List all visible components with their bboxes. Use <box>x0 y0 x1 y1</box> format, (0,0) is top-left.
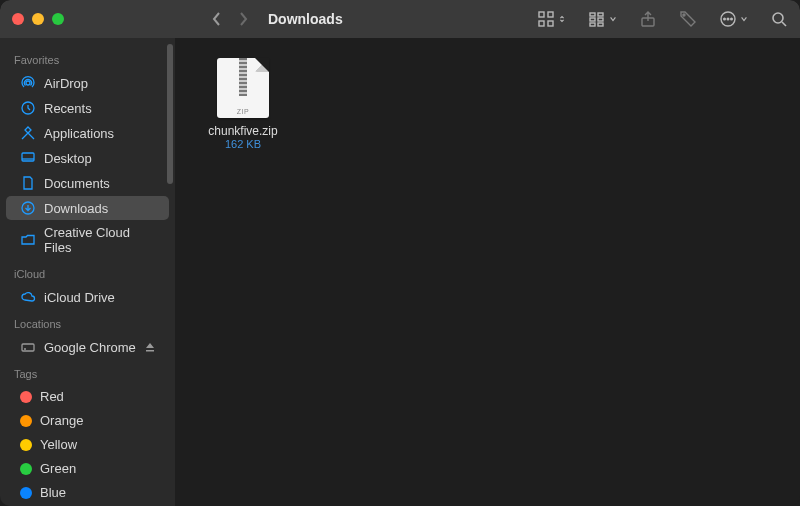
file-size-label: 162 KB <box>225 138 261 150</box>
titlebar: Downloads <box>0 0 800 38</box>
sidebar-tag-orange[interactable]: Orange <box>6 409 169 432</box>
sidebar-item-label: Applications <box>44 126 114 141</box>
svg-rect-21 <box>22 344 34 351</box>
clock-icon <box>20 100 36 116</box>
chevron-down-icon <box>740 15 748 23</box>
svg-point-17 <box>26 81 30 85</box>
file-grid[interactable]: ZIP chunkfive.zip 162 KB <box>175 38 800 506</box>
file-ext-label: ZIP <box>237 108 249 115</box>
group-icon <box>588 10 606 28</box>
sidebar-item-desktop[interactable]: Desktop <box>6 146 169 170</box>
search-button[interactable] <box>770 10 788 28</box>
svg-point-14 <box>727 18 729 20</box>
more-actions-button[interactable] <box>719 10 748 28</box>
section-header-icloud: iCloud <box>0 260 175 284</box>
svg-rect-1 <box>548 12 553 17</box>
eject-icon[interactable] <box>145 340 155 355</box>
sidebar-item-label: AirDrop <box>44 76 88 91</box>
sidebar-item-applications[interactable]: Applications <box>6 121 169 145</box>
download-icon <box>20 200 36 216</box>
svg-point-11 <box>683 14 685 16</box>
svg-rect-9 <box>598 23 603 26</box>
apps-icon <box>20 125 36 141</box>
sidebar-item-label: Red <box>40 389 64 404</box>
sidebar-tag-green[interactable]: Green <box>6 457 169 480</box>
zip-file-icon: ZIP <box>217 58 269 118</box>
nav-forward-button[interactable] <box>238 11 248 27</box>
updown-icon <box>558 15 566 23</box>
tag-dot-icon <box>20 463 32 475</box>
sidebar-item-icloud-drive[interactable]: iCloud Drive <box>6 285 169 309</box>
svg-point-13 <box>724 18 726 20</box>
svg-point-15 <box>731 18 733 20</box>
sidebar-item-label: iCloud Drive <box>44 290 115 305</box>
sidebar-item-downloads[interactable]: Downloads <box>6 196 169 220</box>
svg-rect-2 <box>539 21 544 26</box>
group-by-button[interactable] <box>588 10 617 28</box>
more-icon <box>719 10 737 28</box>
sidebar-scrollbar[interactable] <box>167 44 173 184</box>
cloud-icon <box>20 289 36 305</box>
tag-button[interactable] <box>679 10 697 28</box>
svg-rect-8 <box>598 18 603 21</box>
svg-rect-4 <box>590 13 595 16</box>
section-header-tags: Tags <box>0 360 175 384</box>
sidebar-tag-red[interactable]: Red <box>6 385 169 408</box>
search-icon <box>770 10 788 28</box>
disk-icon <box>20 339 36 355</box>
document-icon <box>20 175 36 191</box>
sidebar-item-google-chrome[interactable]: Google Chrome <box>6 335 169 359</box>
nav-back-button[interactable] <box>212 11 222 27</box>
sidebar-item-label: Creative Cloud Files <box>44 225 155 255</box>
sidebar-item-creative-cloud[interactable]: Creative Cloud Files <box>6 221 169 259</box>
sidebar-tag-blue[interactable]: Blue <box>6 481 169 504</box>
sidebar: Favorites AirDrop Recents Applications D… <box>0 38 175 506</box>
window-title: Downloads <box>268 11 343 27</box>
tag-dot-icon <box>20 415 32 427</box>
sidebar-item-recents[interactable]: Recents <box>6 96 169 120</box>
minimize-window-button[interactable] <box>32 13 44 25</box>
sidebar-item-label: Blue <box>40 485 66 500</box>
sidebar-item-label: Downloads <box>44 201 108 216</box>
sidebar-item-documents[interactable]: Documents <box>6 171 169 195</box>
sidebar-item-airdrop[interactable]: AirDrop <box>6 71 169 95</box>
window-controls <box>12 13 64 25</box>
chevron-down-icon <box>609 15 617 23</box>
sidebar-item-label: Documents <box>44 176 110 191</box>
sidebar-item-label: Yellow <box>40 437 77 452</box>
svg-rect-3 <box>548 21 553 26</box>
share-icon <box>639 10 657 28</box>
tag-dot-icon <box>20 439 32 451</box>
close-window-button[interactable] <box>12 13 24 25</box>
desktop-icon <box>20 150 36 166</box>
svg-point-16 <box>773 13 783 23</box>
section-header-favorites: Favorites <box>0 46 175 70</box>
sidebar-item-label: Google Chrome <box>44 340 136 355</box>
view-mode-button[interactable] <box>537 10 566 28</box>
share-button[interactable] <box>639 10 657 28</box>
tag-dot-icon <box>20 487 32 499</box>
svg-rect-7 <box>598 13 603 16</box>
sidebar-item-label: Recents <box>44 101 92 116</box>
maximize-window-button[interactable] <box>52 13 64 25</box>
grid-icon <box>537 10 555 28</box>
section-header-locations: Locations <box>0 310 175 334</box>
sidebar-tag-yellow[interactable]: Yellow <box>6 433 169 456</box>
tag-dot-icon <box>20 391 32 403</box>
file-item[interactable]: ZIP chunkfive.zip 162 KB <box>195 58 291 150</box>
folder-icon <box>20 232 36 248</box>
svg-rect-6 <box>590 23 595 26</box>
svg-rect-5 <box>590 18 595 21</box>
airdrop-icon <box>20 75 36 91</box>
sidebar-item-label: Green <box>40 461 76 476</box>
sidebar-item-label: Orange <box>40 413 83 428</box>
sidebar-item-label: Desktop <box>44 151 92 166</box>
svg-rect-19 <box>22 153 34 161</box>
file-name-label: chunkfive.zip <box>208 124 277 138</box>
tag-icon <box>679 10 697 28</box>
svg-rect-0 <box>539 12 544 17</box>
